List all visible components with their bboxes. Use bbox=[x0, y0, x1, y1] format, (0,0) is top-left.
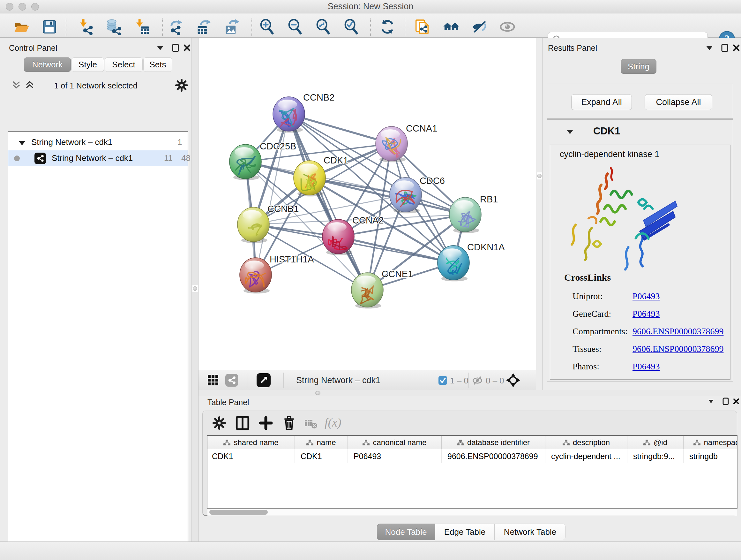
column-header-database-identifier[interactable]: database identifier bbox=[442, 436, 545, 449]
export-image-icon[interactable] bbox=[223, 18, 241, 36]
zoom-out-icon[interactable] bbox=[286, 18, 304, 36]
separator bbox=[468, 373, 469, 388]
tab-style[interactable]: Style bbox=[71, 57, 104, 72]
fit-content-crosshair-icon[interactable] bbox=[506, 373, 521, 388]
table-panel: Table Panel f(x) shared namenamecanonica… bbox=[199, 396, 741, 545]
column-header-canonical-name[interactable]: canonical name bbox=[348, 436, 442, 449]
column-header-namespace[interactable]: namespace bbox=[684, 436, 738, 449]
selected-nodes-checkbox-icon[interactable] bbox=[439, 376, 447, 385]
import-table-file-icon[interactable] bbox=[133, 18, 151, 36]
table-panel-close-icon[interactable] bbox=[733, 398, 740, 405]
crosslink-label: Compartments: bbox=[572, 326, 632, 336]
results-panel-float-icon[interactable] bbox=[721, 44, 729, 52]
results-panel-menu-icon[interactable] bbox=[706, 46, 713, 50]
tab-select[interactable]: Select bbox=[105, 57, 143, 72]
column-header-name[interactable]: name bbox=[295, 436, 348, 449]
network-node-CCNB1: CCNB1 bbox=[238, 204, 299, 243]
import-network-file-icon[interactable] bbox=[77, 18, 94, 36]
birdseye-view-icon[interactable] bbox=[257, 373, 271, 387]
tab-sets[interactable]: Sets bbox=[143, 57, 172, 72]
section-collapse-icon[interactable] bbox=[567, 130, 573, 134]
results-panel: Results Panel String Expand All Collapse… bbox=[542, 38, 741, 390]
network-view-toolbar: String Network – cdk1 1 – 0 0 – 0 bbox=[199, 370, 536, 390]
add-column-icon[interactable] bbox=[259, 416, 273, 430]
toolbar-separator bbox=[370, 18, 371, 36]
save-session-icon[interactable] bbox=[41, 18, 58, 36]
table-cell[interactable]: stringdb:9... bbox=[627, 449, 684, 463]
tab-edge-table[interactable]: Edge Table bbox=[435, 523, 495, 540]
table-gear-icon[interactable] bbox=[212, 416, 226, 430]
show-selected-icon[interactable] bbox=[498, 18, 516, 36]
tab-network[interactable]: Network bbox=[24, 57, 71, 72]
string-import-icon[interactable] bbox=[414, 18, 432, 36]
network-collection-row[interactable]: String Network – cdk1 1 bbox=[8, 134, 188, 150]
crosslink-value-link[interactable]: P06493 bbox=[632, 361, 660, 372]
network-canvas[interactable]: CCNB2 CCNA1 CDC25B CDK1 CDC6 RB1 CCNB1 C… bbox=[199, 38, 536, 370]
right-splitter-handle[interactable] bbox=[537, 174, 542, 178]
collapse-all-button[interactable]: Collapse All bbox=[645, 94, 712, 110]
toolbar-separator bbox=[405, 18, 405, 36]
crosslink-value-link[interactable]: P06493 bbox=[632, 291, 660, 301]
zoom-selected-icon[interactable] bbox=[342, 18, 360, 36]
table-panel-menu-icon[interactable] bbox=[709, 400, 714, 403]
network-share-gray-icon[interactable] bbox=[225, 374, 238, 387]
zoom-window-button[interactable] bbox=[31, 3, 39, 10]
gear-icon[interactable] bbox=[175, 78, 188, 92]
crosslink-value-link[interactable]: P06493 bbox=[632, 309, 660, 319]
delete-column-trash-icon[interactable] bbox=[282, 415, 296, 431]
clear-table-icon bbox=[304, 418, 318, 429]
right-splitter[interactable] bbox=[537, 172, 542, 179]
hide-selected-icon[interactable] bbox=[470, 18, 488, 36]
refresh-icon[interactable] bbox=[379, 18, 396, 36]
close-window-button[interactable] bbox=[6, 3, 13, 10]
network-label: String Network – cdk1 bbox=[52, 153, 133, 163]
control-panel-menu-icon[interactable] bbox=[157, 46, 163, 50]
show-all-networks-icon[interactable] bbox=[442, 18, 460, 36]
table-panel-float-icon[interactable] bbox=[722, 397, 730, 406]
collapse-triangle-icon[interactable] bbox=[18, 141, 25, 145]
tab-string[interactable]: String bbox=[621, 59, 657, 74]
table-cell[interactable]: P06493 bbox=[348, 449, 442, 463]
horizontal-splitter[interactable] bbox=[199, 390, 741, 396]
node-table: shared namenamecanonical namedatabase id… bbox=[207, 435, 738, 509]
tab-node-table[interactable]: Node Table bbox=[377, 523, 435, 540]
table-cell[interactable]: CDK1 bbox=[295, 449, 348, 463]
left-splitter[interactable] bbox=[192, 38, 199, 545]
zoom-in-icon[interactable] bbox=[258, 18, 276, 36]
left-splitter-handle[interactable] bbox=[193, 287, 197, 291]
table-cell[interactable]: CDK1 bbox=[207, 449, 295, 463]
network-row-selected[interactable]: String Network – cdk1 11 48 bbox=[8, 150, 188, 166]
protein-structure-image bbox=[563, 164, 690, 273]
open-file-icon[interactable] bbox=[12, 18, 30, 36]
table-hscrollbar[interactable] bbox=[207, 509, 737, 516]
export-network-icon[interactable] bbox=[167, 18, 185, 36]
svg-text:RB1: RB1 bbox=[480, 194, 498, 204]
export-table-icon[interactable] bbox=[195, 18, 213, 36]
tab-network-table[interactable]: Network Table bbox=[495, 523, 565, 540]
horizontal-splitter-handle[interactable] bbox=[315, 391, 320, 395]
hidden-eye-icon[interactable] bbox=[472, 375, 483, 386]
table-cell[interactable]: stringdb bbox=[684, 449, 738, 463]
column-header-shared-name[interactable]: shared name bbox=[207, 436, 295, 449]
results-buttons-box: Expand All Collapse All bbox=[547, 84, 733, 119]
results-panel-close-icon[interactable] bbox=[732, 44, 740, 52]
control-panel-close-icon[interactable] bbox=[183, 44, 191, 52]
table-row[interactable]: CDK1CDK1P064939606.ENSP00000378699cyclin… bbox=[207, 449, 737, 463]
grid-view-icon[interactable] bbox=[207, 374, 219, 386]
control-panel-float-icon[interactable] bbox=[172, 44, 180, 52]
expand-all-button[interactable]: Expand All bbox=[571, 94, 632, 110]
import-network-database-icon[interactable] bbox=[105, 18, 123, 36]
column-header--id[interactable]: @id bbox=[627, 436, 684, 449]
crosslink-value-link[interactable]: 9606.ENSP00000378699 bbox=[632, 344, 724, 354]
string-network-graph[interactable]: CCNB2 CCNA1 CDC25B CDK1 CDC6 RB1 CCNB1 C… bbox=[199, 38, 536, 370]
crosslink-value-link[interactable]: 9606.ENSP00000378699 bbox=[632, 326, 724, 336]
protein-name: CDK1 bbox=[593, 125, 620, 137]
zoom-fit-icon[interactable] bbox=[314, 18, 332, 36]
table-cell[interactable]: cyclin-dependent ... bbox=[545, 449, 627, 463]
table-hscrollbar-thumb[interactable] bbox=[209, 510, 268, 515]
svg-text:CCNA1: CCNA1 bbox=[406, 123, 437, 133]
show-columns-icon[interactable] bbox=[235, 415, 250, 431]
table-cell[interactable]: 9606.ENSP00000378699 bbox=[442, 449, 545, 463]
column-header-description[interactable]: description bbox=[545, 436, 627, 449]
minimize-window-button[interactable] bbox=[18, 3, 26, 10]
